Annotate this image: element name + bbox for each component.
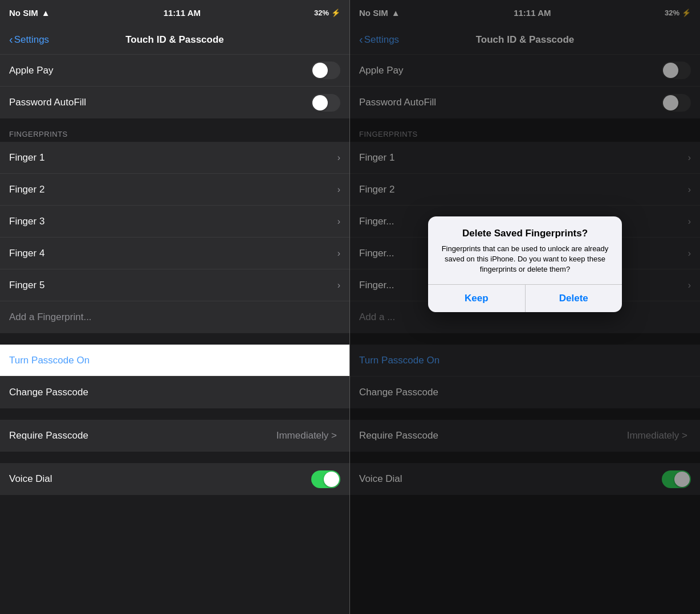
left-finger5-row[interactable]: Finger 5 › — [0, 269, 349, 301]
left-section-gap3 — [0, 452, 349, 463]
carrier-label: No SIM — [9, 8, 38, 18]
left-voice-dial-row[interactable]: Voice Dial — [0, 463, 349, 495]
autofill-toggle-thumb — [312, 95, 328, 110]
add-fingerprint-label: Add a Fingerprint... — [9, 312, 340, 323]
delete-fingerprints-dialog: Delete Saved Fingerprints? Fingerprints … — [428, 216, 622, 312]
battery-label: 32% — [314, 9, 329, 17]
finger4-chevron-icon: › — [337, 248, 340, 259]
alert-content: Delete Saved Fingerprints? Fingerprints … — [428, 216, 622, 284]
left-passcode-group: Turn Passcode On Change Passcode — [0, 345, 349, 408]
left-back-chevron-icon: ‹ — [9, 33, 13, 46]
left-turn-passcode-row[interactable]: Turn Passcode On — [0, 345, 349, 376]
left-fingerprints-header: FINGERPRINTS — [0, 118, 349, 142]
left-section-gap2 — [0, 408, 349, 420]
finger4-label: Finger 4 — [9, 248, 337, 259]
left-nav-bar: ‹ Settings Touch ID & Passcode — [0, 25, 349, 55]
left-change-passcode-row[interactable]: Change Passcode — [0, 376, 349, 408]
keep-button[interactable]: Keep — [428, 285, 526, 312]
left-section-gap — [0, 333, 349, 345]
left-status-bar: No SIM ▲ 11:11 AM 32% ⚡ — [0, 0, 349, 25]
right-phone-panel: No SIM ▲ 11:11 AM 32% ⚡ ‹ Settings Touch… — [350, 0, 700, 614]
require-passcode-label: Require Passcode — [9, 430, 276, 441]
left-require-passcode-row[interactable]: Require Passcode Immediately > — [0, 420, 349, 452]
apple-pay-toggle[interactable] — [311, 62, 340, 79]
left-finger3-row[interactable]: Finger 3 › — [0, 206, 349, 238]
alert-title: Delete Saved Fingerprints? — [437, 228, 613, 239]
left-back-button[interactable]: ‹ Settings — [9, 33, 49, 46]
apple-pay-toggle-thumb — [312, 63, 328, 78]
finger5-chevron-icon: › — [337, 280, 340, 290]
left-time: 11:11 AM — [164, 8, 201, 18]
left-finger4-row[interactable]: Finger 4 › — [0, 238, 349, 269]
voice-dial-toggle[interactable] — [311, 470, 340, 488]
finger3-chevron-icon: › — [337, 216, 340, 227]
left-autofill-row[interactable]: Password AutoFill — [0, 87, 349, 118]
autofill-toggle[interactable] — [311, 94, 340, 112]
left-add-fingerprint-row[interactable]: Add a Fingerprint... — [0, 301, 349, 333]
left-apple-pay-row[interactable]: Apple Pay — [0, 55, 349, 87]
apple-pay-label: Apple Pay — [9, 65, 311, 76]
alert-message: Fingerprints that can be used to unlock … — [437, 244, 613, 275]
finger1-chevron-icon: › — [337, 153, 340, 163]
change-passcode-label: Change Passcode — [9, 387, 340, 398]
finger3-label: Finger 3 — [9, 216, 337, 227]
left-voice-group: Voice Dial — [0, 463, 349, 495]
left-finger1-row[interactable]: Finger 1 › — [0, 142, 349, 174]
left-back-label: Settings — [14, 34, 49, 46]
autofill-label: Password AutoFill — [9, 97, 311, 108]
require-passcode-value: Immediately > — [276, 430, 337, 441]
left-settings-content: Apple Pay Password AutoFill FINGERPRINTS… — [0, 55, 349, 614]
left-touch-id-group: Apple Pay Password AutoFill — [0, 55, 349, 118]
left-nav-title: Touch ID & Passcode — [125, 34, 224, 46]
finger5-label: Finger 5 — [9, 280, 337, 291]
turn-passcode-label: Turn Passcode On — [9, 355, 340, 366]
alert-buttons: Keep Delete — [428, 284, 622, 312]
finger2-chevron-icon: › — [337, 185, 340, 195]
voice-dial-label: Voice Dial — [9, 473, 311, 485]
delete-button[interactable]: Delete — [526, 285, 622, 312]
left-finger2-row[interactable]: Finger 2 › — [0, 174, 349, 206]
voice-dial-toggle-thumb — [324, 472, 339, 487]
left-battery: 32% ⚡ — [314, 9, 340, 17]
battery-icon: ⚡ — [331, 9, 340, 17]
left-carrier: No SIM ▲ — [9, 8, 50, 18]
left-require-group: Require Passcode Immediately > — [0, 420, 349, 452]
left-phone-panel: No SIM ▲ 11:11 AM 32% ⚡ ‹ Settings Touch… — [0, 0, 350, 614]
wifi-icon: ▲ — [42, 8, 50, 18]
finger2-label: Finger 2 — [9, 184, 337, 195]
finger1-label: Finger 1 — [9, 152, 337, 163]
left-fingerprints-group: Finger 1 › Finger 2 › Finger 3 › Finger … — [0, 142, 349, 333]
